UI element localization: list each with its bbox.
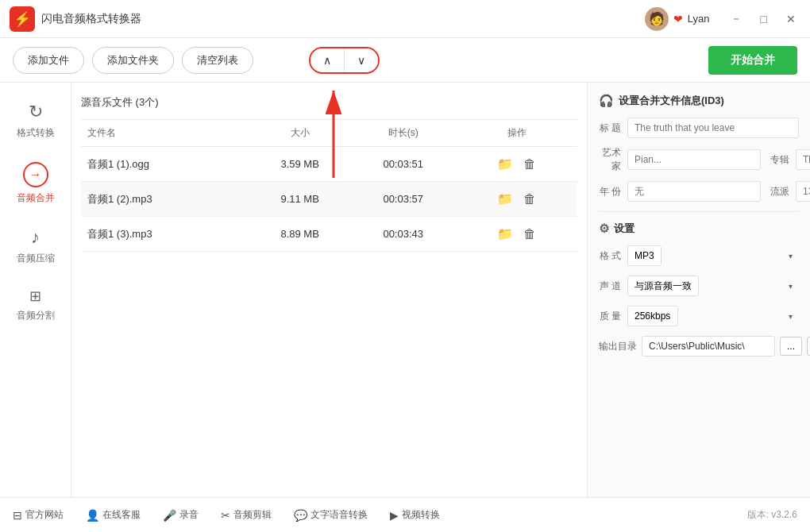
artist-field-row: 艺术家 专辑 (599, 146, 799, 173)
file-duration-0: 00:03:51 (350, 147, 456, 182)
sidebar-label-format: 格式转换 (17, 126, 55, 140)
edit-label: 音频剪辑 (233, 508, 272, 522)
file-actions-2: 📁 🗑 (456, 217, 577, 252)
video-item[interactable]: ▶ 视频转换 (390, 508, 440, 522)
delete-btn-1[interactable]: 🗑 (519, 191, 540, 208)
file-name-1: 音频1 (2).mp3 (81, 182, 249, 217)
output-dir-row: 输出目录 ... 📁 (599, 336, 799, 357)
delete-btn-2[interactable]: 🗑 (519, 226, 540, 243)
album-input[interactable] (796, 149, 810, 170)
file-name-0: 音频1 (1).ogg (81, 147, 249, 182)
clear-list-button[interactable]: 清空列表 (182, 47, 253, 74)
sidebar-item-split[interactable]: ⊞ 音频分割 (0, 276, 71, 333)
genre-input[interactable] (796, 181, 810, 202)
content-area: 源音乐文件 (3个) 文件名 大小 时长(s) 操作 音频1 (1).ogg 3… (71, 83, 588, 497)
sidebar-label-compress: 音频压缩 (17, 252, 55, 265)
avatar: 🧑 (645, 7, 669, 31)
output-dir-input[interactable] (642, 336, 775, 357)
website-item[interactable]: ⊟ 官方网站 (13, 508, 64, 522)
file-actions-1: 📁 🗑 (456, 182, 577, 217)
title-field-row: 标 题 (599, 118, 799, 138)
main-layout: ↻ 格式转换 → 音频合并 ♪ 音频压缩 ⊞ 音频分割 源音乐文件 (3个) 文… (0, 83, 810, 497)
file-actions-0: 📁 🗑 (456, 147, 577, 182)
format-icon: ↻ (29, 102, 43, 122)
add-file-button[interactable]: 添加文件 (13, 47, 84, 74)
settings-gear-icon: ⚙ (599, 222, 609, 236)
edit-icon: ✂ (221, 509, 230, 522)
col-header-duration: 时长(s) (350, 120, 456, 147)
username: Lyan (688, 13, 710, 25)
version-text: 版本: v3.2.6 (747, 508, 797, 522)
artist-input[interactable] (627, 149, 761, 170)
channel-select[interactable]: 与源音频一致 (627, 276, 699, 296)
table-row: 音频1 (2).mp3 9.11 MB 00:03:57 📁 🗑 (81, 182, 577, 217)
user-area: 🧑 ❤ Lyan (645, 7, 710, 31)
close-button[interactable]: ✕ (781, 11, 800, 27)
table-row: 音频1 (3).mp3 8.89 MB 00:03:43 📁 🗑 (81, 217, 577, 252)
year-label: 年 份 (599, 185, 621, 199)
start-merge-button[interactable]: 开始合并 (708, 46, 797, 75)
sidebar-label-split: 音频分割 (17, 309, 55, 322)
record-icon: 🎤 (163, 509, 176, 522)
open-dir-button[interactable]: 📁 (807, 337, 810, 356)
quality-select[interactable]: 256kbps (627, 306, 678, 326)
format-select[interactable]: MP3 (627, 245, 662, 266)
quality-field-row: 质 量 256kbps (599, 306, 799, 326)
file-list-header: 源音乐文件 (3个) (81, 92, 577, 113)
nav-arrows: ∧ ∨ (309, 47, 380, 74)
speech-item[interactable]: 💬 文字语音转换 (294, 508, 368, 522)
speech-icon: 💬 (294, 509, 307, 522)
title-input[interactable] (627, 118, 799, 138)
sidebar-item-compress[interactable]: ♪ 音频压缩 (0, 216, 71, 276)
file-size-1: 9.11 MB (249, 182, 351, 217)
format-label: 格 式 (599, 249, 621, 263)
right-panel: 🎧 设置合并文件信息(ID3) 标 题 艺术家 专辑 年 份 流派 ⚙ 设置 格… (588, 83, 810, 497)
sidebar-item-format[interactable]: ↻ 格式转换 (0, 91, 71, 151)
folder-btn-2[interactable]: 📁 (493, 225, 517, 243)
browse-dir-button[interactable]: ... (780, 337, 802, 356)
app-title: 闪电音频格式转换器 (41, 12, 645, 26)
table-row: 音频1 (1).ogg 3.59 MB 00:03:51 📁 🗑 (81, 147, 577, 182)
folder-btn-0[interactable]: 📁 (493, 155, 517, 173)
window-controls: － □ ✕ (726, 10, 800, 28)
year-input[interactable] (627, 181, 761, 202)
folder-btn-1[interactable]: 📁 (493, 190, 517, 208)
website-label: 官方网站 (25, 508, 64, 522)
settings-section-title: ⚙ 设置 (599, 222, 799, 236)
file-table: 文件名 大小 时长(s) 操作 音频1 (1).ogg 3.59 MB 00:0… (81, 119, 577, 252)
file-name-2: 音频1 (3).mp3 (81, 217, 249, 252)
speech-label: 文字语音转换 (310, 508, 368, 522)
file-duration-2: 00:03:43 (350, 217, 456, 252)
record-label: 录音 (179, 508, 199, 522)
service-icon: 👤 (86, 509, 99, 522)
quality-select-wrapper: 256kbps (627, 306, 799, 326)
format-field-row: 格 式 MP3 (599, 245, 799, 266)
compress-icon: ♪ (31, 227, 40, 248)
arrow-up-button[interactable]: ∧ (310, 48, 345, 72)
split-icon: ⊞ (29, 287, 41, 305)
service-item[interactable]: 👤 在线客服 (86, 508, 141, 522)
sidebar-label-merge: 音频合并 (17, 191, 55, 205)
id3-title-label: 设置合并文件信息(ID3) (619, 94, 724, 108)
arrow-down-button[interactable]: ∨ (345, 48, 378, 72)
headphone-icon: 🎧 (599, 94, 614, 108)
minimize-button[interactable]: － (726, 10, 746, 28)
sidebar-item-merge[interactable]: → 音频合并 (0, 151, 71, 216)
id3-section-title: 🎧 设置合并文件信息(ID3) (599, 94, 799, 108)
settings-title-label: 设置 (614, 222, 634, 236)
file-duration-1: 00:03:57 (350, 182, 456, 217)
heart-icon: ❤ (673, 13, 683, 25)
app-logo: ⚡ (10, 6, 35, 32)
service-label: 在线客服 (102, 508, 141, 522)
delete-btn-0[interactable]: 🗑 (519, 156, 540, 173)
edit-item[interactable]: ✂ 音频剪辑 (221, 508, 272, 522)
add-folder-button[interactable]: 添加文件夹 (92, 47, 174, 74)
record-item[interactable]: 🎤 录音 (163, 508, 199, 522)
restore-button[interactable]: □ (756, 11, 772, 27)
col-header-action: 操作 (456, 120, 577, 147)
channel-field-row: 声 道 与源音频一致 (599, 276, 799, 296)
video-label: 视频转换 (402, 508, 440, 522)
file-size-0: 3.59 MB (249, 147, 351, 182)
website-icon: ⊟ (13, 509, 22, 522)
divider (599, 211, 799, 212)
